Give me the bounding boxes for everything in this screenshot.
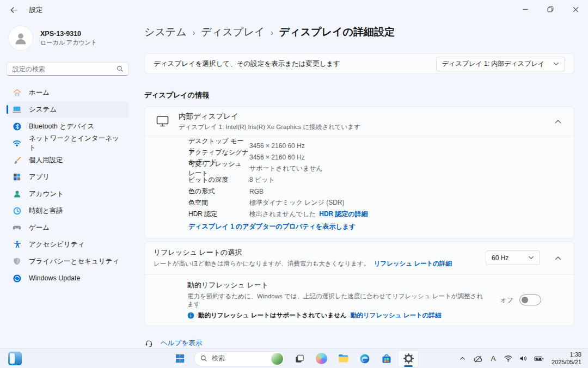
toggle-knob — [522, 297, 528, 303]
sidebar-item-network-internet[interactable]: ネットワークとインターネット — [7, 135, 128, 151]
back-button[interactable] — [4, 3, 23, 17]
titlebar: 設定 — [0, 0, 588, 20]
sidebar-item-bluetooth-devices[interactable]: Bluetooth とデバイス — [7, 118, 128, 134]
sidebar-item-accessibility[interactable]: アクセシビリティ — [7, 236, 128, 253]
ime-mode-indicator[interactable]: A — [488, 353, 498, 364]
refresh-rate-card: リフレッシュ レートの選択 レートが高いほど動きは滑らかになりますが、消費電力も… — [144, 242, 574, 326]
sidebar-nav: ホーム システム Bluetooth とデバイス ネットワークとインターネット — [7, 84, 128, 286]
onedrive-icon[interactable] — [473, 353, 483, 364]
widgets-button[interactable] — [5, 351, 24, 367]
close-icon — [572, 6, 579, 13]
chevron-up-icon — [555, 119, 561, 124]
breadcrumb-separator: › — [271, 27, 273, 37]
info-row-hdr-certification: HDR 認定 検出されませんでした HDR 認定の詳細 — [188, 208, 565, 220]
clock-date: 2025/05/21 — [552, 359, 581, 366]
restore-button[interactable] — [538, 0, 563, 19]
restore-icon — [547, 5, 554, 13]
tray-chevron-button[interactable] — [458, 353, 468, 364]
collapse-button[interactable] — [551, 251, 565, 265]
search-highlight-image[interactable] — [271, 353, 283, 365]
refresh-rate-title: リフレッシュ レートの選択 — [154, 248, 452, 257]
task-view-icon — [294, 353, 305, 364]
help-icon — [144, 339, 154, 348]
info-icon — [187, 312, 194, 319]
dynamic-refresh-rate-status: 動的リフレッシュ レートはサポートされていません — [198, 311, 347, 320]
sidebar-item-personalization[interactable]: 個人用設定 — [7, 152, 128, 168]
sidebar-item-label: ネットワークとインターネット — [29, 134, 123, 152]
settings-search[interactable] — [7, 62, 128, 76]
taskbar: 検索 — [0, 348, 588, 368]
minimize-button[interactable] — [513, 0, 538, 19]
system-icon — [12, 105, 22, 114]
sidebar-item-label: システム — [29, 105, 57, 114]
edge-button[interactable] — [354, 350, 375, 367]
toggle-state-label: オフ — [500, 296, 513, 305]
taskbar-search[interactable]: 検索 — [194, 351, 285, 366]
microsoft-store-button[interactable] — [376, 350, 397, 367]
volume-icon[interactable] — [519, 353, 529, 364]
home-icon — [12, 88, 22, 97]
search-input[interactable] — [13, 65, 117, 73]
window-title: 設定 — [29, 5, 42, 15]
copilot-icon — [316, 353, 327, 364]
sidebar-item-label: アカウント — [29, 189, 64, 199]
accounts-icon — [12, 189, 22, 199]
sidebar-item-label: アプリ — [29, 173, 50, 182]
dynamic-refresh-rate-link[interactable]: 動的リフレッシュ レートの詳細 — [351, 311, 442, 320]
copilot-button[interactable] — [311, 350, 332, 367]
active-app-indicator — [404, 365, 413, 367]
breadcrumb: システム › ディスプレイ › ディスプレイの詳細設定 — [144, 25, 574, 39]
sidebar-item-apps[interactable]: アプリ — [7, 169, 128, 185]
personalization-icon — [12, 155, 22, 165]
sidebar-item-system[interactable]: システム — [7, 101, 128, 118]
section-title: ディスプレイの情報 — [144, 90, 574, 100]
refresh-rate-dropdown[interactable]: 60 Hz — [486, 250, 540, 265]
settings-window: 設定 XPS-13-9310 ローカル アカウント — [0, 0, 588, 368]
task-view-button[interactable] — [289, 350, 310, 367]
sidebar-item-time-language[interactable]: 時刻と言語 — [7, 203, 128, 219]
selected-indicator — [7, 105, 8, 114]
chevron-down-icon — [528, 256, 534, 260]
file-explorer-button[interactable] — [333, 350, 353, 367]
sidebar-item-label: 時刻と言語 — [29, 206, 63, 216]
settings-app-button[interactable] — [398, 350, 419, 367]
display-select-dropdown[interactable]: ディスプレイ 1: 内部ディスプレイ — [436, 57, 565, 71]
network-icon — [12, 138, 22, 148]
battery-icon[interactable] — [534, 353, 544, 364]
sidebar-item-home[interactable]: ホーム — [7, 84, 128, 101]
main-content: システム › ディスプレイ › ディスプレイの詳細設定 ディスプレイを選択して、… — [135, 20, 588, 348]
sidebar: XPS-13-9310 ローカル アカウント ホーム システム — [0, 20, 135, 348]
sidebar-item-accounts[interactable]: アカウント — [7, 186, 128, 202]
breadcrumb-system[interactable]: システム — [144, 25, 187, 39]
wifi-icon[interactable] — [504, 353, 513, 364]
gaming-icon — [12, 223, 22, 232]
sidebar-item-label: 個人用設定 — [29, 156, 63, 165]
get-help-link[interactable]: ヘルプを表示 — [144, 336, 574, 348]
adapter-properties-link[interactable]: ディスプレイ 1 のアダプターのプロパティを表示します — [188, 222, 356, 231]
refresh-rate-learn-more-link[interactable]: リフレッシュ レートの詳細 — [373, 260, 452, 267]
hdr-certification-link[interactable]: HDR 認定の詳細 — [319, 210, 368, 219]
windows-logo-icon — [175, 353, 185, 364]
collapse-button[interactable] — [551, 114, 565, 128]
refresh-rate-description: レートが高いほど動きは滑らかになりますが、消費電力も大きくなります。 — [154, 260, 370, 267]
sidebar-item-gaming[interactable]: ゲーム — [7, 219, 128, 236]
user-account[interactable]: XPS-13-9310 ローカル アカウント — [7, 25, 128, 51]
windows-update-icon — [12, 273, 22, 283]
display-info-header[interactable]: 内部ディスプレイ ディスプレイ 1: Intel(R) Iris(R) Xe G… — [145, 107, 574, 136]
sidebar-item-windows-update[interactable]: Windows Update — [7, 270, 128, 286]
chevron-up-icon — [459, 355, 466, 362]
close-button[interactable] — [563, 0, 588, 19]
sidebar-item-label: プライバシーとセキュリティ — [29, 257, 119, 266]
monitor-icon — [156, 115, 169, 127]
start-button[interactable] — [169, 350, 190, 367]
dynamic-refresh-rate-toggle[interactable] — [519, 295, 541, 305]
breadcrumb-display[interactable]: ディスプレイ — [201, 25, 265, 39]
microsoft-store-icon — [381, 353, 392, 364]
dynamic-refresh-rate-title: 動的リフレッシュ レート — [187, 280, 489, 290]
sidebar-item-privacy-security[interactable]: プライバシーとセキュリティ — [7, 253, 128, 269]
info-row-variable-refresh-rate: 可変リフレッシュ レート サポートされていません — [188, 163, 565, 174]
edge-icon — [359, 353, 370, 364]
back-arrow-icon — [10, 6, 18, 14]
file-explorer-icon — [338, 353, 349, 364]
taskbar-clock[interactable]: 1:38 2025/05/21 — [552, 351, 581, 366]
